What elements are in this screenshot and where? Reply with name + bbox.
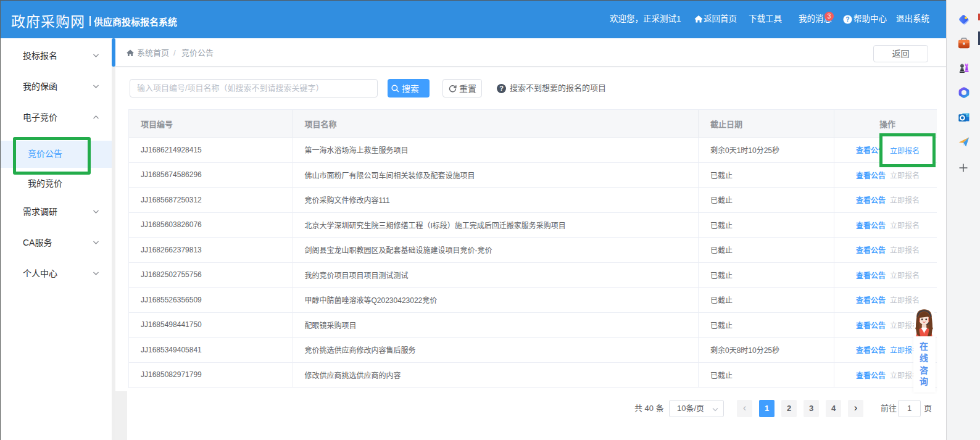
svg-text:?: ? [845,16,849,23]
